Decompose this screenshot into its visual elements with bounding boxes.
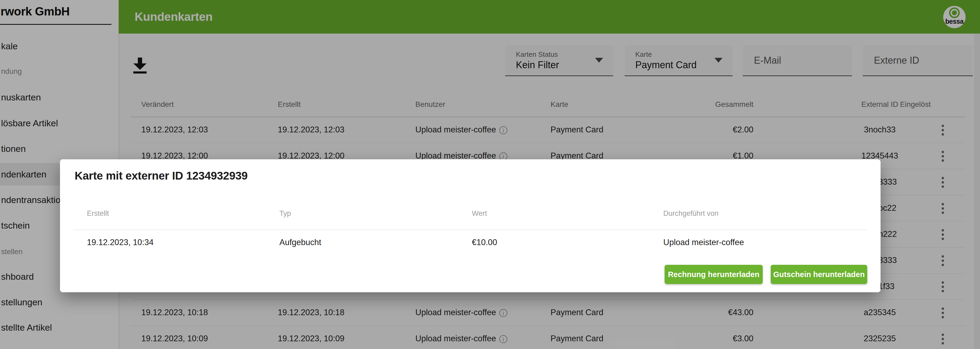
kundenkarten-page: { "colors": { "brand_green": "#6CB32F", … <box>0 0 980 349</box>
dialog-cell-erstellt: 19.12.2023, 10:34 <box>87 238 154 247</box>
dialog-cell-durchgefuehrt-von: Upload meister-coffee <box>663 238 744 247</box>
dialog-cell-wert: €10.00 <box>472 238 497 247</box>
dialog-title: Karte mit externer ID 1234932939 <box>75 170 248 182</box>
dialog-col-header-erstellt: Erstellt <box>87 209 109 218</box>
dialog-col-header-durchgefuehrt-von: Durchgeführt von <box>663 209 719 218</box>
card-detail-dialog: Karte mit externer ID 1234932939 Erstell… <box>60 159 881 292</box>
download-voucher-button[interactable]: Gutschein herunterladen <box>771 265 867 284</box>
dialog-cell-typ: Aufgebucht <box>279 238 321 247</box>
dialog-col-header-wert: Wert <box>472 209 487 218</box>
download-invoice-button[interactable]: Rechnung herunterladen <box>665 265 763 284</box>
dialog-divider <box>73 230 866 230</box>
dialog-col-header-typ: Typ <box>279 209 291 218</box>
